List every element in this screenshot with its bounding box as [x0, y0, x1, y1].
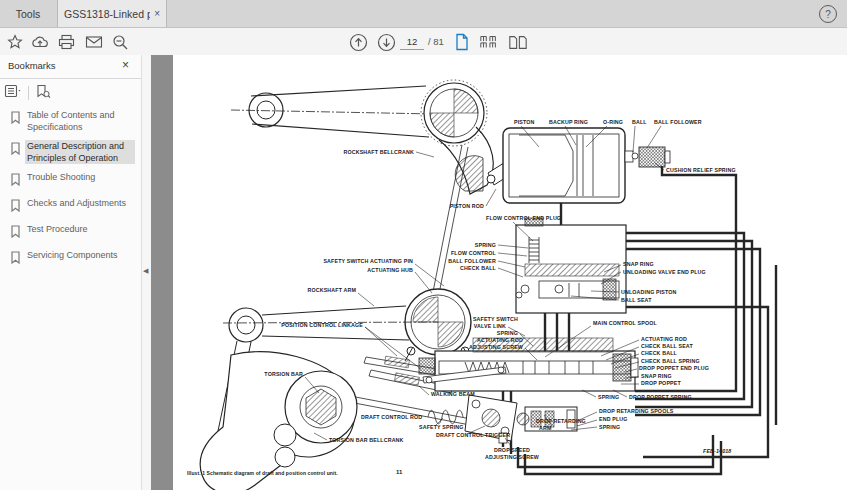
status-bar [0, 490, 847, 500]
diagram-label: BACKUP RING [549, 119, 588, 125]
collapse-panel-arrow-icon[interactable]: ◀ [143, 267, 148, 275]
diagram-label: ACTUATING ROD [641, 336, 687, 342]
close-panel-icon[interactable]: × [122, 58, 129, 72]
bookmark-ribbon-icon [10, 224, 24, 242]
bookmark-item[interactable]: Test Procedure [0, 223, 141, 249]
bookmarks-list: Table of Contents and SpecificationsGene… [0, 109, 141, 275]
main-toolbar: 12 / 81 [0, 28, 847, 56]
diagram-label: DROP POPPET [641, 380, 681, 386]
diagram-label: DROP RETARDING [536, 418, 586, 424]
share-cloud-upload-icon[interactable] [30, 32, 50, 52]
bookmark-item-label: Trouble Shooting [27, 171, 95, 183]
page-thumbnails-icon[interactable] [479, 32, 499, 52]
locate-bookmark-icon[interactable] [35, 84, 51, 103]
page-number-input[interactable]: 12 [400, 34, 424, 50]
bookmark-ribbon-icon [10, 198, 24, 216]
schematic-diagram: PISTONBACKUP RINGO-RINGBALLBALL FOLLOWER… [173, 55, 847, 490]
bookmark-item[interactable]: Table of Contents and Specifications [0, 109, 141, 140]
bookmark-item[interactable]: General Description and Principles of Op… [0, 140, 141, 171]
diagram-label: UNLOADING VALVE END PLUG [623, 269, 706, 275]
diagram-label: SAFETY SWITCH ACTUATING PIN [323, 258, 413, 264]
diagram-label: DROP POPPET END PLUG [639, 365, 709, 371]
statusbar-left-segment [0, 490, 125, 500]
bookmark-item[interactable]: Servicing Components [0, 249, 141, 275]
diagram-label: ACTUATING ROD [477, 337, 523, 343]
bookmarks-panel-title: Bookmarks [8, 60, 56, 71]
diagram-label: DROP RETARDING SPOOLS [599, 408, 674, 414]
email-icon[interactable] [84, 32, 104, 52]
diagram-label: SPRING [475, 242, 496, 248]
statusbar-right-segment [148, 490, 847, 500]
bookmark-item-label: Test Procedure [27, 223, 88, 235]
diagram-label: DRAFT CONTROL ROD [361, 414, 422, 420]
page-total-label: / 81 [428, 34, 444, 49]
diagram-label: FLOW CONTROL END PLUG [486, 215, 561, 221]
diagram-label: SPRING [598, 394, 619, 400]
diagram-label: FLOW CONTROL [451, 250, 497, 256]
bookmark-item-label: General Description and Principles of Op… [25, 140, 135, 164]
panel-divider [0, 78, 141, 79]
tab-document[interactable]: GSS1318-Linked pd... × [57, 0, 167, 27]
diagram-label: FEB-14018 [703, 448, 731, 454]
diagram-label: SNAP RING [623, 261, 654, 267]
close-tab-icon[interactable]: × [154, 8, 160, 19]
bookmark-item[interactable]: Checks and Adjustments [0, 197, 141, 223]
diagram-label: SNAP RING [641, 373, 672, 379]
single-page-view-icon[interactable] [452, 32, 472, 52]
bookmark-ribbon-icon [10, 250, 24, 268]
bookmark-item-label: Table of Contents and Specifications [27, 109, 133, 133]
diagram-label: CHECK BALL SPRING [641, 358, 700, 364]
panel-tools-separator [28, 86, 29, 100]
diagram-label: CHECK BALL SEAT [641, 343, 693, 349]
zoom-out-icon[interactable] [110, 32, 130, 52]
bookmark-ribbon-icon [10, 141, 24, 159]
diagram-label: PISTON ROD [450, 203, 484, 209]
bookmark-item[interactable]: Trouble Shooting [0, 171, 141, 197]
diagram-label: SPRING [599, 424, 620, 430]
diagram-label: ADJUSTING SCREW [485, 454, 539, 460]
schematic-artwork [200, 80, 776, 490]
diagram-label: BALL [632, 119, 647, 125]
diagram-label: CHECK BALL [460, 265, 497, 271]
diagram-label: VALVE LINK [474, 323, 506, 329]
page-down-icon[interactable] [376, 32, 396, 52]
diagram-label: TORSION BAR BELLCRANK [329, 437, 404, 443]
diagram-label: CHECK BALL [641, 350, 678, 356]
page-number: 11 [396, 469, 402, 475]
panel-resize-gutter[interactable]: ◀ [142, 55, 151, 490]
tab-document-label: GSS1318-Linked pd... [64, 8, 150, 20]
statusbar-mid-segment [125, 490, 148, 500]
help-icon[interactable]: ? [819, 5, 837, 23]
diagram-label: ROCKSHAFT ARM [307, 287, 356, 293]
bookmark-ribbon-icon [10, 110, 24, 128]
diagram-label: ARM [539, 425, 552, 431]
diagram-label: POSITION CONTROL LINKAGE [281, 322, 363, 328]
document-background [151, 55, 173, 490]
favorites-star-icon[interactable] [5, 32, 25, 52]
bookmark-item-label: Checks and Adjustments [27, 197, 126, 209]
diagram-label: BALL FOLLOWER [654, 119, 702, 125]
diagram-label: ACTUATING HUB [367, 267, 413, 273]
diagram-label: SAFETY SWITCH [473, 316, 518, 322]
diagram-label: TORSION BAR [264, 371, 303, 377]
diagram-label: CUSHION RELIEF SPRING [666, 167, 736, 173]
label-leader-line [647, 126, 661, 148]
two-page-view-icon[interactable] [508, 32, 528, 52]
label-leader-line [415, 264, 444, 286]
diagram-label: BALL SEAT [621, 297, 652, 303]
diagram-label: END PLUG [599, 416, 628, 422]
page-up-icon[interactable] [348, 32, 368, 52]
tab-bar: Tools GSS1318-Linked pd... × ? [0, 0, 847, 28]
bookmark-ribbon-icon [10, 172, 24, 190]
tab-tools[interactable]: Tools [0, 0, 56, 27]
diagram-label: UNLOADING PISTON [621, 289, 677, 295]
bookmark-options-icon[interactable] [4, 84, 22, 102]
diagram-label: ADJUSTING SCREW [469, 344, 523, 350]
label-leader-line [633, 126, 635, 152]
print-icon[interactable] [56, 32, 76, 52]
label-leader-line [358, 293, 374, 306]
diagram-label: SPRING [497, 330, 518, 336]
figure-caption: Illust. 1 Schematic diagram of draft and… [187, 470, 338, 476]
diagram-label: WALKING BEAM [431, 391, 475, 397]
diagram-label: ROCKSHAFT BELLCRANK [343, 149, 414, 155]
